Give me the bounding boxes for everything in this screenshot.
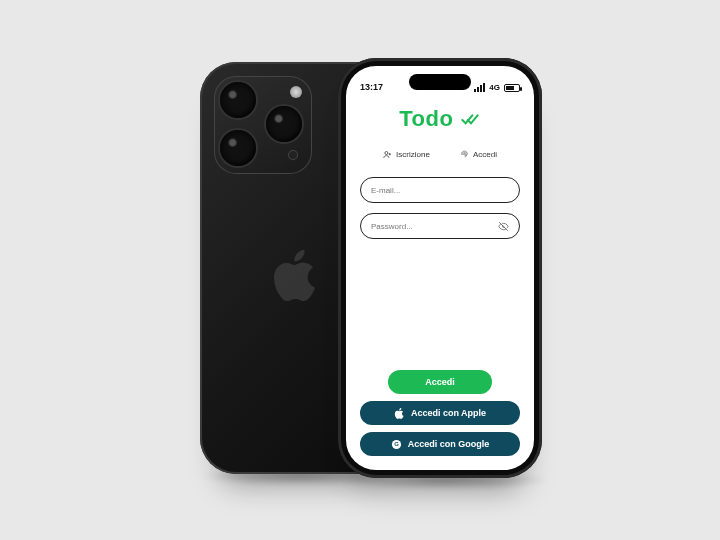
lidar-icon bbox=[288, 150, 298, 160]
double-check-icon bbox=[461, 113, 481, 131]
camera-module bbox=[214, 76, 312, 174]
apple-icon bbox=[394, 408, 405, 419]
signal-bars-icon bbox=[474, 83, 485, 92]
spacer bbox=[360, 249, 520, 363]
mockup-stage: 13:17 4G Todo Iscrizione bbox=[0, 0, 720, 540]
battery-icon bbox=[504, 84, 520, 92]
status-time: 13:17 bbox=[360, 82, 383, 92]
auth-tabs: Iscrizione Accedi bbox=[360, 150, 520, 163]
eye-off-icon[interactable] bbox=[498, 221, 509, 232]
dynamic-island bbox=[409, 74, 471, 90]
camera-flash-icon bbox=[290, 86, 302, 98]
button-label: Accedi con Apple bbox=[411, 408, 486, 418]
input-placeholder: E-mail... bbox=[371, 186, 400, 195]
password-field[interactable]: Password... bbox=[360, 213, 520, 239]
brand-name: Todo bbox=[399, 106, 453, 131]
button-label: Accedi con Google bbox=[408, 439, 490, 449]
signin-apple-button[interactable]: Accedi con Apple bbox=[360, 401, 520, 425]
signin-google-button[interactable]: G Accedi con Google bbox=[360, 432, 520, 456]
tab-signin[interactable]: Accedi bbox=[460, 150, 497, 163]
status-network-label: 4G bbox=[489, 83, 500, 92]
apple-logo-icon bbox=[274, 250, 318, 302]
input-placeholder: Password... bbox=[371, 222, 413, 231]
user-plus-icon bbox=[383, 150, 392, 159]
button-label: Accedi bbox=[425, 377, 455, 387]
app-root: Todo Iscrizione Accedi bbox=[346, 94, 534, 470]
signin-button[interactable]: Accedi bbox=[388, 370, 492, 394]
app-logo: Todo bbox=[360, 106, 520, 132]
tab-signup[interactable]: Iscrizione bbox=[383, 150, 430, 163]
screen: 13:17 4G Todo Iscrizione bbox=[346, 66, 534, 470]
camera-lens-icon bbox=[220, 82, 256, 118]
fingerprint-icon bbox=[460, 150, 469, 159]
tab-label: Accedi bbox=[473, 150, 497, 159]
status-right: 4G bbox=[474, 83, 520, 92]
phone-front-body: 13:17 4G Todo Iscrizione bbox=[338, 58, 542, 478]
google-icon: G bbox=[391, 439, 402, 450]
camera-lens-icon bbox=[220, 130, 256, 166]
email-field[interactable]: E-mail... bbox=[360, 177, 520, 203]
svg-point-0 bbox=[385, 152, 388, 155]
camera-lens-icon bbox=[266, 106, 302, 142]
svg-text:G: G bbox=[394, 441, 399, 447]
tab-label: Iscrizione bbox=[396, 150, 430, 159]
